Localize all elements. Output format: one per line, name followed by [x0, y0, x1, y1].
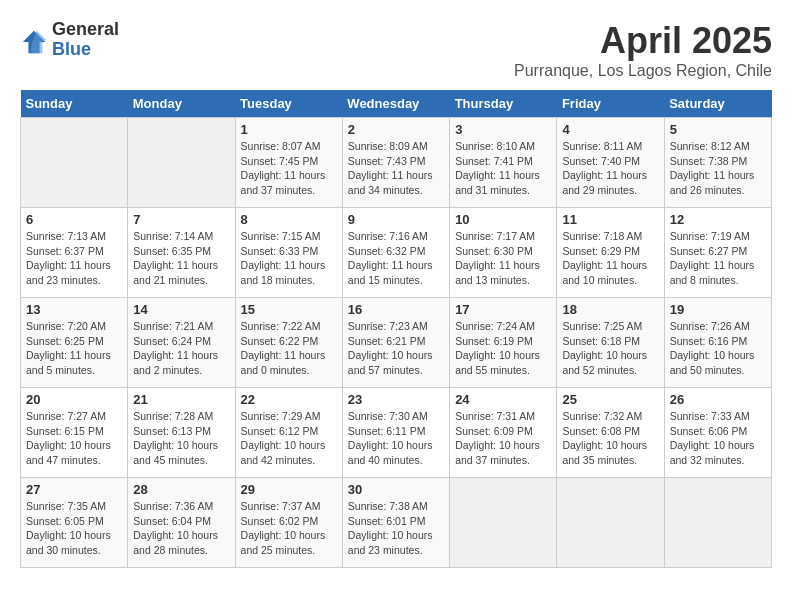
day-number: 13 [26, 302, 122, 317]
day-number: 18 [562, 302, 658, 317]
logo-text: General Blue [52, 20, 119, 60]
day-cell [557, 478, 664, 568]
day-number: 25 [562, 392, 658, 407]
day-detail: Sunrise: 7:15 AMSunset: 6:33 PMDaylight:… [241, 229, 337, 288]
day-number: 27 [26, 482, 122, 497]
day-number: 17 [455, 302, 551, 317]
day-cell: 24Sunrise: 7:31 AMSunset: 6:09 PMDayligh… [450, 388, 557, 478]
day-number: 26 [670, 392, 766, 407]
day-detail: Sunrise: 8:12 AMSunset: 7:38 PMDaylight:… [670, 139, 766, 198]
day-detail: Sunrise: 7:17 AMSunset: 6:30 PMDaylight:… [455, 229, 551, 288]
day-cell: 17Sunrise: 7:24 AMSunset: 6:19 PMDayligh… [450, 298, 557, 388]
week-row-5: 27Sunrise: 7:35 AMSunset: 6:05 PMDayligh… [21, 478, 772, 568]
header-sunday: Sunday [21, 90, 128, 118]
day-number: 30 [348, 482, 444, 497]
day-number: 20 [26, 392, 122, 407]
day-number: 15 [241, 302, 337, 317]
day-detail: Sunrise: 7:24 AMSunset: 6:19 PMDaylight:… [455, 319, 551, 378]
day-cell: 23Sunrise: 7:30 AMSunset: 6:11 PMDayligh… [342, 388, 449, 478]
day-cell: 20Sunrise: 7:27 AMSunset: 6:15 PMDayligh… [21, 388, 128, 478]
day-detail: Sunrise: 7:31 AMSunset: 6:09 PMDaylight:… [455, 409, 551, 468]
day-detail: Sunrise: 7:29 AMSunset: 6:12 PMDaylight:… [241, 409, 337, 468]
day-detail: Sunrise: 7:19 AMSunset: 6:27 PMDaylight:… [670, 229, 766, 288]
day-cell: 15Sunrise: 7:22 AMSunset: 6:22 PMDayligh… [235, 298, 342, 388]
day-cell: 16Sunrise: 7:23 AMSunset: 6:21 PMDayligh… [342, 298, 449, 388]
day-cell: 12Sunrise: 7:19 AMSunset: 6:27 PMDayligh… [664, 208, 771, 298]
day-detail: Sunrise: 7:28 AMSunset: 6:13 PMDaylight:… [133, 409, 229, 468]
day-cell: 19Sunrise: 7:26 AMSunset: 6:16 PMDayligh… [664, 298, 771, 388]
day-number: 2 [348, 122, 444, 137]
day-number: 16 [348, 302, 444, 317]
day-number: 4 [562, 122, 658, 137]
day-cell: 21Sunrise: 7:28 AMSunset: 6:13 PMDayligh… [128, 388, 235, 478]
day-detail: Sunrise: 7:37 AMSunset: 6:02 PMDaylight:… [241, 499, 337, 558]
day-cell [664, 478, 771, 568]
day-detail: Sunrise: 8:10 AMSunset: 7:41 PMDaylight:… [455, 139, 551, 198]
calendar-subtitle: Purranque, Los Lagos Region, Chile [514, 62, 772, 80]
logo-icon [20, 28, 48, 56]
day-cell [21, 118, 128, 208]
week-row-1: 1Sunrise: 8:07 AMSunset: 7:45 PMDaylight… [21, 118, 772, 208]
day-number: 9 [348, 212, 444, 227]
day-cell: 14Sunrise: 7:21 AMSunset: 6:24 PMDayligh… [128, 298, 235, 388]
day-number: 3 [455, 122, 551, 137]
logo: General Blue [20, 20, 119, 60]
day-cell: 6Sunrise: 7:13 AMSunset: 6:37 PMDaylight… [21, 208, 128, 298]
day-number: 19 [670, 302, 766, 317]
day-number: 8 [241, 212, 337, 227]
day-cell: 22Sunrise: 7:29 AMSunset: 6:12 PMDayligh… [235, 388, 342, 478]
day-number: 6 [26, 212, 122, 227]
day-detail: Sunrise: 7:35 AMSunset: 6:05 PMDaylight:… [26, 499, 122, 558]
day-detail: Sunrise: 7:30 AMSunset: 6:11 PMDaylight:… [348, 409, 444, 468]
week-row-3: 13Sunrise: 7:20 AMSunset: 6:25 PMDayligh… [21, 298, 772, 388]
day-cell: 11Sunrise: 7:18 AMSunset: 6:29 PMDayligh… [557, 208, 664, 298]
day-cell: 25Sunrise: 7:32 AMSunset: 6:08 PMDayligh… [557, 388, 664, 478]
day-cell: 3Sunrise: 8:10 AMSunset: 7:41 PMDaylight… [450, 118, 557, 208]
header-saturday: Saturday [664, 90, 771, 118]
day-detail: Sunrise: 7:16 AMSunset: 6:32 PMDaylight:… [348, 229, 444, 288]
day-detail: Sunrise: 7:22 AMSunset: 6:22 PMDaylight:… [241, 319, 337, 378]
day-number: 14 [133, 302, 229, 317]
day-cell: 28Sunrise: 7:36 AMSunset: 6:04 PMDayligh… [128, 478, 235, 568]
day-number: 22 [241, 392, 337, 407]
day-cell: 10Sunrise: 7:17 AMSunset: 6:30 PMDayligh… [450, 208, 557, 298]
day-detail: Sunrise: 7:23 AMSunset: 6:21 PMDaylight:… [348, 319, 444, 378]
logo-blue: Blue [52, 40, 119, 60]
day-detail: Sunrise: 7:20 AMSunset: 6:25 PMDaylight:… [26, 319, 122, 378]
title-block: April 2025 Purranque, Los Lagos Region, … [514, 20, 772, 80]
day-cell [128, 118, 235, 208]
day-detail: Sunrise: 7:25 AMSunset: 6:18 PMDaylight:… [562, 319, 658, 378]
day-cell: 1Sunrise: 8:07 AMSunset: 7:45 PMDaylight… [235, 118, 342, 208]
day-detail: Sunrise: 7:26 AMSunset: 6:16 PMDaylight:… [670, 319, 766, 378]
day-number: 21 [133, 392, 229, 407]
day-detail: Sunrise: 7:32 AMSunset: 6:08 PMDaylight:… [562, 409, 658, 468]
day-number: 12 [670, 212, 766, 227]
day-cell: 27Sunrise: 7:35 AMSunset: 6:05 PMDayligh… [21, 478, 128, 568]
header-thursday: Thursday [450, 90, 557, 118]
day-detail: Sunrise: 7:13 AMSunset: 6:37 PMDaylight:… [26, 229, 122, 288]
day-detail: Sunrise: 7:33 AMSunset: 6:06 PMDaylight:… [670, 409, 766, 468]
header-friday: Friday [557, 90, 664, 118]
day-cell: 18Sunrise: 7:25 AMSunset: 6:18 PMDayligh… [557, 298, 664, 388]
day-detail: Sunrise: 7:14 AMSunset: 6:35 PMDaylight:… [133, 229, 229, 288]
day-number: 5 [670, 122, 766, 137]
header-tuesday: Tuesday [235, 90, 342, 118]
day-cell [450, 478, 557, 568]
day-cell: 30Sunrise: 7:38 AMSunset: 6:01 PMDayligh… [342, 478, 449, 568]
day-cell: 5Sunrise: 8:12 AMSunset: 7:38 PMDaylight… [664, 118, 771, 208]
day-detail: Sunrise: 7:21 AMSunset: 6:24 PMDaylight:… [133, 319, 229, 378]
day-cell: 29Sunrise: 7:37 AMSunset: 6:02 PMDayligh… [235, 478, 342, 568]
header-monday: Monday [128, 90, 235, 118]
day-cell: 26Sunrise: 7:33 AMSunset: 6:06 PMDayligh… [664, 388, 771, 478]
day-cell: 13Sunrise: 7:20 AMSunset: 6:25 PMDayligh… [21, 298, 128, 388]
logo-general: General [52, 20, 119, 40]
day-detail: Sunrise: 8:07 AMSunset: 7:45 PMDaylight:… [241, 139, 337, 198]
day-detail: Sunrise: 8:09 AMSunset: 7:43 PMDaylight:… [348, 139, 444, 198]
day-cell: 2Sunrise: 8:09 AMSunset: 7:43 PMDaylight… [342, 118, 449, 208]
day-number: 11 [562, 212, 658, 227]
day-number: 23 [348, 392, 444, 407]
day-number: 10 [455, 212, 551, 227]
header-wednesday: Wednesday [342, 90, 449, 118]
calendar-header: SundayMondayTuesdayWednesdayThursdayFrid… [21, 90, 772, 118]
day-number: 1 [241, 122, 337, 137]
